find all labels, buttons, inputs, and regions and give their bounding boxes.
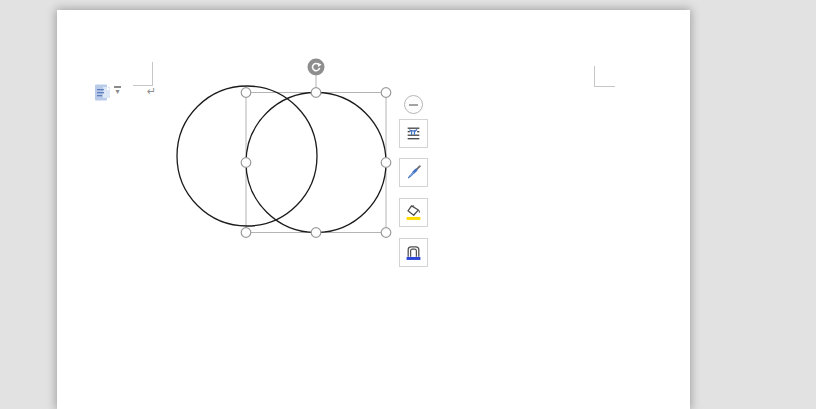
outline-color-bar <box>407 257 421 260</box>
shape-style-button[interactable] <box>399 158 428 187</box>
resize-handle-nw[interactable] <box>241 88 251 98</box>
minus-icon <box>409 104 418 106</box>
outline-frame-icon <box>405 244 422 261</box>
layout-options-button[interactable] <box>399 119 428 148</box>
resize-handle-se[interactable] <box>381 228 391 238</box>
shape-outline-button[interactable] <box>399 238 428 267</box>
shape-fill-button[interactable] <box>399 198 428 227</box>
fill-bucket-icon <box>405 204 422 221</box>
rotate-handle[interactable] <box>308 59 325 76</box>
resize-handle-e[interactable] <box>381 158 391 168</box>
resize-handle-w[interactable] <box>241 158 251 168</box>
dog-glyph <box>410 130 417 135</box>
oval-shape-2[interactable] <box>246 93 386 233</box>
resize-handle-ne[interactable] <box>381 88 391 98</box>
oval-shape-1[interactable] <box>177 86 317 226</box>
fill-color-bar <box>407 217 421 220</box>
resize-handle-sw[interactable] <box>241 228 251 238</box>
resize-handle-s[interactable] <box>311 228 321 238</box>
layout-options-icon <box>405 125 422 142</box>
resize-handle-n[interactable] <box>311 88 321 98</box>
collapse-toolbar-button[interactable] <box>404 95 423 114</box>
selection-box <box>246 93 386 233</box>
brush-icon <box>405 164 422 181</box>
